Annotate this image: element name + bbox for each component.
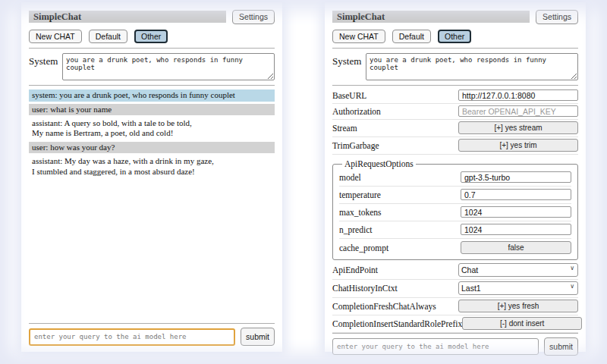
setting-row-role-prefix: CompletionInsertStandardRolePrefix [-] d… (332, 315, 578, 333)
cache-prompt-toggle-button[interactable]: false (461, 241, 571, 254)
stream-label: Stream (332, 124, 357, 133)
app-title: SimpleChat (29, 11, 226, 23)
chat-history-select[interactable]: Last1 (458, 281, 578, 295)
model-input[interactable] (461, 171, 571, 183)
fresh-chat-label: CompletionFreshChatAlways (332, 302, 436, 311)
session-tab-default[interactable]: Default (89, 30, 127, 44)
settings-form: BaseURL Authorization Stream [+] yes str… (332, 88, 578, 333)
baseurl-label: BaseURL (332, 91, 366, 100)
session-tab-other[interactable]: Other (438, 30, 471, 44)
chat-panel: SimpleChat Settings New CHAT Default Oth… (21, 2, 282, 352)
baseurl-input[interactable] (458, 89, 578, 101)
header: SimpleChat Settings (332, 10, 578, 24)
submit-button[interactable]: submit (241, 328, 275, 346)
query-bar: submit (29, 323, 275, 346)
settings-panel: SimpleChat Settings New CHAT Default Oth… (325, 2, 586, 352)
api-request-options-legend: ApiRequestOptions (342, 159, 416, 168)
setting-row-chat-history: ChatHistoryInCtxt Last1 ∨ (332, 280, 578, 298)
system-prompt-input[interactable]: you are a drunk poet, who responds in fu… (62, 53, 275, 80)
n-predict-label: n_predict (339, 225, 372, 234)
chat-message-list: system: you are a drunk poet, who respon… (29, 89, 275, 180)
divider (29, 85, 275, 86)
role-prefix-toggle-button[interactable]: [-] dont insert (462, 317, 582, 330)
setting-row-api-endpoint: ApiEndPoint Chat ∨ (332, 262, 578, 280)
divider (332, 85, 578, 86)
session-tab-other[interactable]: Other (134, 30, 168, 44)
chat-message-user: user: what is your name (29, 104, 275, 115)
app-title: SimpleChat (332, 11, 530, 23)
settings-button[interactable]: Settings (232, 10, 275, 24)
setting-row-model: model (339, 169, 571, 187)
setting-row-baseurl: BaseURL (332, 88, 578, 104)
divider (29, 48, 275, 49)
setting-row-stream: Stream [+] yes stream (332, 120, 578, 137)
trimgarbage-label: TrimGarbage (332, 141, 379, 150)
settings-button[interactable]: Settings (536, 10, 578, 24)
header: SimpleChat Settings (29, 10, 275, 24)
chat-history-label: ChatHistoryInCtxt (332, 284, 398, 293)
toolbar: New CHAT Default Other (332, 30, 578, 44)
divider (29, 323, 275, 324)
query-input[interactable] (332, 338, 539, 355)
query-bar: submit (332, 333, 578, 356)
system-prompt-input[interactable]: you are a drunk poet, who responds in fu… (366, 53, 578, 80)
submit-button[interactable]: submit (544, 337, 578, 356)
authorization-input[interactable] (458, 105, 578, 117)
role-prefix-label: CompletionInsertStandardRolePrefix (332, 319, 462, 328)
setting-row-trimgarbage: TrimGarbage [+] yes trim (332, 137, 578, 155)
system-label: System (332, 53, 366, 67)
setting-row-temperature: temperature (339, 187, 571, 204)
setting-row-max-tokens: max_tokens (339, 204, 571, 221)
query-input[interactable] (29, 328, 235, 346)
new-chat-button[interactable]: New CHAT (332, 30, 385, 44)
chat-message-assistant: assistant: My day was a haze, with a dri… (29, 155, 275, 177)
system-prompt-row: System you are a drunk poet, who respond… (332, 53, 578, 80)
temperature-label: temperature (339, 190, 381, 199)
api-request-options-group: ApiRequestOptions model temperature max_… (332, 159, 578, 260)
setting-row-authorization: Authorization (332, 104, 578, 120)
api-endpoint-label: ApiEndPoint (332, 265, 378, 275)
system-label: System (29, 53, 62, 67)
trimgarbage-toggle-button[interactable]: [+] yes trim (458, 139, 578, 152)
system-prompt-row: System you are a drunk poet, who respond… (29, 53, 275, 80)
fresh-chat-toggle-button[interactable]: [+] yes fresh (458, 300, 578, 312)
stream-toggle-button[interactable]: [+] yes stream (458, 121, 578, 134)
n-predict-input[interactable] (461, 224, 571, 235)
toolbar: New CHAT Default Other (29, 30, 275, 44)
authorization-label: Authorization (332, 107, 381, 116)
new-chat-button[interactable]: New CHAT (29, 30, 82, 44)
divider (332, 333, 578, 334)
cache-prompt-label: cache_prompt (339, 243, 388, 253)
max-tokens-input[interactable] (461, 206, 571, 218)
divider (332, 48, 578, 49)
chat-message-assistant: assistant: A query so bold, with a tale … (29, 118, 275, 140)
max-tokens-label: max_tokens (339, 208, 382, 217)
chat-message-system: system: you are a drunk poet, who respon… (29, 89, 275, 101)
chat-message-user: user: how was your day? (29, 142, 275, 153)
setting-row-cache-prompt: cache_prompt false (339, 239, 571, 257)
model-label: model (339, 173, 361, 182)
setting-row-fresh-chat: CompletionFreshChatAlways [+] yes fresh (332, 298, 578, 315)
temperature-input[interactable] (461, 189, 571, 200)
setting-row-n-predict: n_predict (339, 221, 571, 239)
api-endpoint-select[interactable]: Chat (458, 263, 578, 277)
session-tab-default[interactable]: Default (392, 30, 431, 44)
